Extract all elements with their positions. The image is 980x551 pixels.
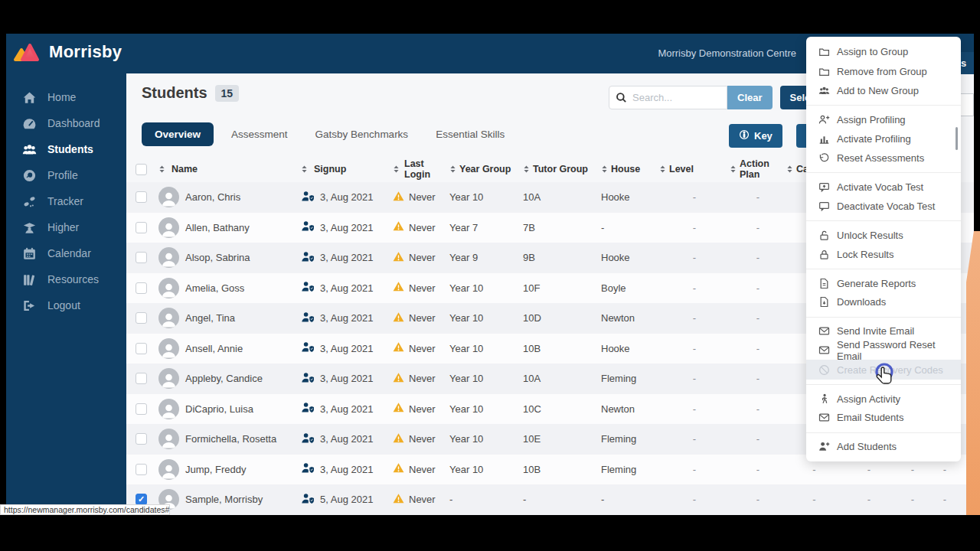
sidebar-item[interactable]: Resources (6, 266, 126, 292)
level-value: - (659, 433, 730, 445)
menu-item[interactable]: Send Password Reset Email (806, 341, 961, 360)
menu-item[interactable]: Assign to Group (806, 42, 961, 61)
menu-item[interactable]: Add Students (806, 432, 961, 456)
tab[interactable]: Gatsby Benchmarks (305, 122, 419, 146)
student-name[interactable]: Appleby, Candice (185, 373, 263, 384)
row-checkbox[interactable] (136, 312, 147, 324)
tutor-group-value: 10B (523, 343, 601, 354)
menu-item[interactable]: Generate Reports (806, 269, 961, 292)
tab[interactable]: Assessment (221, 122, 298, 146)
house-value: Hooke (601, 252, 659, 263)
student-name[interactable]: Alsop, Sabrina (185, 252, 250, 263)
menu-item[interactable]: Downloads (806, 292, 961, 311)
tab[interactable]: Essential Skills (426, 122, 514, 146)
level-value: - (659, 191, 730, 203)
student-name[interactable]: Angel, Tina (185, 312, 235, 324)
column-header-last-login[interactable]: Last Login (393, 158, 449, 180)
tutor-group-value: 9B (523, 252, 601, 263)
menu-scrollbar-thumb[interactable] (956, 127, 958, 150)
sidebar-item-icon (22, 272, 37, 287)
house-value: Fleming (601, 433, 659, 445)
column-header-action-plan[interactable]: Action Plan (730, 158, 786, 180)
menu-item-icon (818, 325, 830, 337)
sidebar-item[interactable]: Tracker (6, 188, 126, 214)
clear-button[interactable]: Clear (727, 86, 773, 109)
row-checkbox[interactable] (136, 343, 147, 354)
house-value: Newton (601, 312, 659, 324)
menu-item[interactable]: Unlock Results (806, 220, 961, 244)
menu-item[interactable]: Activate Vocab Test (806, 172, 961, 196)
brand-logo[interactable]: Morrisby (12, 41, 122, 64)
avatar (158, 247, 179, 268)
student-name[interactable]: DiCaprio, Luisa (185, 403, 253, 415)
row-checkbox[interactable] (136, 433, 147, 445)
house-value: Newton (601, 403, 659, 415)
student-name[interactable]: Ansell, Annie (185, 343, 243, 354)
sidebar-item-icon (22, 168, 37, 183)
menu-item[interactable]: Email Students (806, 408, 961, 427)
last-login-value: Never (409, 343, 436, 354)
tutor-group-value: 10F (523, 282, 601, 294)
menu-item-icon (818, 364, 830, 376)
row-checkbox[interactable] (136, 191, 147, 203)
last-login-value: Never (409, 312, 436, 324)
level-value: - (659, 282, 730, 294)
sidebar-item[interactable]: Home (6, 84, 126, 110)
menu-item-icon (818, 85, 830, 96)
search-toolbar: Clear Select (609, 86, 829, 109)
action-plan-value: - (730, 343, 786, 354)
signup-date: 3, Aug 2021 (320, 403, 373, 415)
menu-item[interactable]: Deactivate Vocab Test (806, 197, 961, 216)
row-checkbox[interactable] (136, 252, 147, 263)
menu-item-icon (818, 66, 830, 77)
column-header-signup[interactable]: Signup (301, 164, 393, 174)
column-header-tutor-group[interactable]: Tutor Group (523, 164, 601, 174)
student-name[interactable]: Amelia, Goss (185, 282, 244, 294)
table-row[interactable]: Sample, Morrisby 5, Aug 2021 Never - - - (126, 484, 974, 515)
select-all-checkbox[interactable] (136, 164, 147, 175)
student-count-badge: 15 (215, 85, 240, 102)
menu-item[interactable]: Add to New Group (806, 81, 961, 100)
search-input[interactable] (632, 92, 717, 103)
sidebar-item[interactable]: Calendar (6, 240, 126, 266)
student-name[interactable]: Allen, Bathany (185, 222, 250, 233)
action-plan-value: - (730, 403, 786, 415)
student-name[interactable]: Aaron, Chris (185, 191, 240, 203)
sidebar-item[interactable]: Higher (6, 214, 126, 240)
sidebar-item[interactable]: Logout (6, 292, 126, 318)
last-login-value: Never (409, 464, 436, 475)
menu-item[interactable]: Send Invite Email (806, 317, 961, 341)
column-header-name[interactable]: Name (158, 164, 301, 174)
sidebar-item[interactable]: Students (6, 136, 126, 162)
tab[interactable]: Overview (142, 122, 214, 146)
row-checkbox[interactable] (136, 403, 147, 415)
menu-item[interactable]: Activate Profiling (806, 129, 961, 148)
menu-item[interactable]: Reset Assessments (806, 148, 961, 168)
row-checkbox[interactable] (136, 464, 147, 475)
row-checkbox[interactable] (136, 494, 147, 505)
menu-item[interactable]: Remove from Group (806, 61, 961, 80)
student-name[interactable]: Formichella, Rosetta (185, 433, 276, 445)
key-button[interactable]: Key (729, 124, 782, 148)
student-name[interactable]: Jump, Freddy (185, 464, 246, 475)
last-login-value: Never (409, 191, 436, 203)
row-checkbox[interactable] (136, 222, 147, 233)
column-header-level[interactable]: Level (659, 164, 730, 174)
menu-item-icon (818, 181, 830, 193)
sidebar-item[interactable]: Dashboard (6, 110, 126, 136)
student-name[interactable]: Sample, Morrisby (185, 494, 263, 505)
last-login-value: Never (409, 373, 436, 384)
menu-item[interactable]: Lock Results (806, 245, 961, 264)
column-header-year-group[interactable]: Year Group (449, 164, 523, 174)
menu-item-icon (818, 152, 830, 164)
careers-value: - (786, 464, 842, 475)
menu-item-label: Add to New Group (837, 85, 919, 96)
row-checkbox[interactable] (136, 282, 147, 294)
column-header-house[interactable]: House (601, 164, 659, 174)
menu-item[interactable]: Assign Profiling (806, 105, 961, 129)
sidebar-item[interactable]: Profile (6, 162, 126, 188)
level-value: - (659, 494, 730, 505)
user-shield-icon (301, 341, 314, 356)
search-box[interactable] (609, 86, 727, 109)
row-checkbox[interactable] (136, 373, 147, 384)
